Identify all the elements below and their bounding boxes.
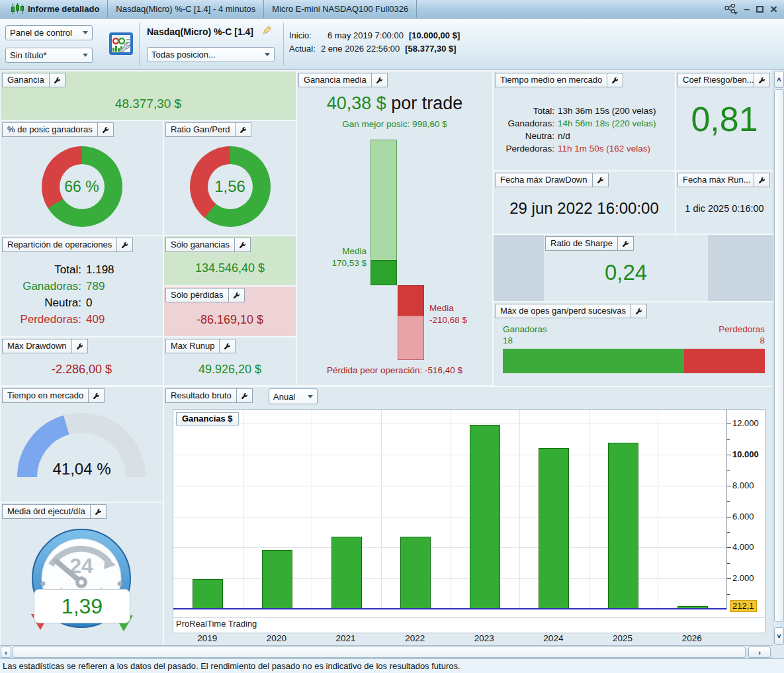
vertical-scrollbar[interactable]: ˄ ˅ [773, 70, 784, 645]
media-loss-label: Media-210,68 $ [429, 302, 467, 326]
scroll-right-button[interactable]: › [748, 647, 771, 658]
candlestick-app-icon [11, 3, 24, 15]
ratio-donut-chart: 1,56 [190, 146, 271, 227]
sucesivas-ganadoras-label: Ganadoras18 [503, 324, 547, 346]
reparticion-total-row: Total:1.198 [1, 261, 163, 278]
sharpe-row-background: Ratio de Sharpe 0,24 [494, 235, 773, 301]
panel-sharpe: Ratio de Sharpe 0,24 [544, 235, 708, 301]
wrench-icon[interactable] [237, 388, 253, 403]
chart-bar-2024 [539, 448, 569, 609]
wrench-icon[interactable] [229, 288, 245, 302]
scroll-up-button[interactable]: ˄ [774, 71, 784, 88]
panel-pct-ganadoras: % de posic ganadoras 66 % [1, 121, 163, 235]
wrench-icon[interactable] [618, 236, 634, 251]
chart-bar-2022 [400, 537, 431, 609]
wrench-icon[interactable] [98, 122, 114, 137]
status-bar: Las estadísticas se refieren a los datos… [0, 658, 784, 673]
report-settings-icon[interactable] [108, 30, 134, 57]
wrench-icon[interactable] [72, 339, 88, 353]
panel-fecha-runup-title[interactable]: Fecha máx Run... [677, 173, 754, 187]
chart-y-axis: 2.0004.0006.0008.00010.00012.000212,1 [727, 410, 765, 609]
wrench-icon[interactable] [754, 73, 770, 87]
panel-tiempo-mercado: Tiempo en mercado 41,04 % [1, 387, 163, 502]
panel-max-drawdown: Máx Drawdown -2.286,00 $ [1, 337, 163, 385]
horizontal-scrollbar[interactable]: ‹ › [0, 645, 773, 658]
scroll-left-button[interactable]: ‹ [1, 647, 11, 658]
avg-gain-bar-media [370, 260, 397, 285]
share-icon[interactable] [724, 4, 738, 15]
positions-select[interactable]: Todas posicion... [147, 47, 275, 62]
avg-gain-bar-range [370, 140, 397, 260]
period-select[interactable]: Anual [269, 388, 318, 404]
orders-per-day-value-box: 1,39 [34, 589, 130, 623]
panel-mode-select[interactable]: Panel de control [5, 25, 93, 40]
x-tick-label: 2022 [380, 633, 450, 643]
horizontal-scroll-thumb[interactable] [13, 647, 746, 658]
panel-reparticion-title[interactable]: Repartición de operaciones [2, 238, 117, 252]
panel-ganancia-title[interactable]: Ganancia [2, 73, 50, 87]
panel-fecha-drawdown-title[interactable]: Fecha máx DrawDown [495, 173, 593, 187]
panel-resultado-bruto-title[interactable]: Resultado bruto [165, 388, 237, 403]
maximize-button[interactable] [756, 6, 763, 13]
panel-solo-perdidas: Sólo pérdidas -86.169,10 $ [164, 287, 296, 336]
scroll-down-button[interactable]: ˅ [774, 627, 784, 645]
avg-loss-bar-media [398, 285, 424, 316]
vertical-scroll-thumb[interactable] [774, 89, 784, 622]
toolbar: Panel de control Sin título* Nasdaq(Micr… [0, 19, 784, 70]
panel-ratio-title[interactable]: Ratio Gan/Perd [165, 122, 236, 137]
series-toggle-button[interactable]: Ganancias $ [176, 412, 239, 426]
panel-sharpe-title[interactable]: Ratio de Sharpe [545, 236, 618, 251]
current-value-tag: 212,1 [730, 600, 757, 612]
wrench-icon[interactable] [220, 339, 236, 353]
tiempo-perdedoras-row: Perdedoras:11h 1m 50s (162 velas) [494, 142, 675, 155]
y-tick-label: 12.000 [732, 418, 759, 428]
wrench-icon[interactable] [607, 73, 623, 87]
edit-pencil-icon[interactable]: ✎ [262, 24, 272, 38]
wrench-icon[interactable] [50, 73, 65, 87]
winrate-donut-chart: 66 % [42, 146, 122, 227]
date-range-info: Inicio:6 may 2019 7:00:00[10.000,00 $] A… [289, 29, 460, 56]
panel-solo-perdidas-title[interactable]: Sólo pérdidas [165, 288, 229, 302]
tiempo-mercado-value: 41,04 % [1, 460, 163, 478]
panel-coef-riesgo: Coef Riesgo/ben... 0,81 [676, 71, 773, 170]
chart-bar-2019 [193, 579, 223, 609]
tab-instrument-name: Micro E-mini NASDAQ100 Full0326 [264, 0, 417, 18]
reparticion-perdedoras-row: Perdedoras:409 [1, 311, 163, 328]
panel-media-ordenes-title[interactable]: Media órd ejecut/día [2, 504, 91, 519]
avg-loss-bar-range [398, 316, 424, 360]
panel-tiempo-medio-title[interactable]: Tiempo medio en mercado [495, 73, 607, 87]
panel-max-runup-title[interactable]: Max Runup [165, 339, 220, 353]
tab-informe-detallado: Informe detallado [0, 0, 108, 18]
sucesivas-bar-chart [503, 349, 765, 373]
worst-trade-label: Pérdida peor operación: -516,40 $ [297, 365, 492, 375]
wrench-icon[interactable] [235, 238, 251, 252]
panel-media-ordenes: Media órd ejecut/día 24 [1, 503, 163, 645]
panel-ganancia-media-title[interactable]: Ganancia media [298, 73, 372, 87]
panel-resultado-bruto: Resultado bruto Anual 2.0004.0006.0008.0… [164, 387, 773, 645]
window-title: Informe detallado [28, 4, 99, 14]
x-tick-label: 2021 [311, 633, 380, 643]
wrench-icon[interactable] [236, 122, 251, 137]
wrench-icon[interactable] [754, 173, 770, 187]
ratio-value: 1,56 [214, 177, 245, 196]
disclaimer-text: Las estadísticas se refieren a los datos… [3, 661, 460, 671]
panel-pct-ganadoras-title[interactable]: % de posic ganadoras [2, 122, 98, 137]
panel-solo-ganancias: Sólo ganancias 134.546,40 $ [164, 236, 296, 285]
layout-select[interactable]: Sin título* [5, 48, 93, 63]
wrench-icon[interactable] [631, 304, 647, 318]
close-button[interactable]: × [770, 3, 777, 15]
panel-solo-ganancias-title[interactable]: Sólo ganancias [165, 238, 235, 252]
reparticion-ganadoras-row: Ganadoras:789 [1, 278, 163, 294]
minimize-button[interactable]: – [744, 4, 750, 14]
x-tick-label: 2024 [519, 633, 588, 643]
panel-max-sucesivas-title[interactable]: Máx de opes gan/perd sucesivas [495, 304, 631, 318]
panel-tiempo-mercado-title[interactable]: Tiempo en mercado [2, 388, 89, 403]
panel-max-drawdown-title[interactable]: Máx Drawdown [2, 339, 72, 353]
panel-coef-riesgo-title[interactable]: Coef Riesgo/ben... [677, 73, 754, 87]
winrate-value: 66 % [64, 178, 99, 196]
wrench-icon[interactable] [91, 504, 107, 519]
wrench-icon[interactable] [372, 73, 388, 87]
wrench-icon[interactable] [593, 173, 609, 187]
wrench-icon[interactable] [89, 388, 105, 403]
wrench-icon[interactable] [117, 238, 133, 252]
